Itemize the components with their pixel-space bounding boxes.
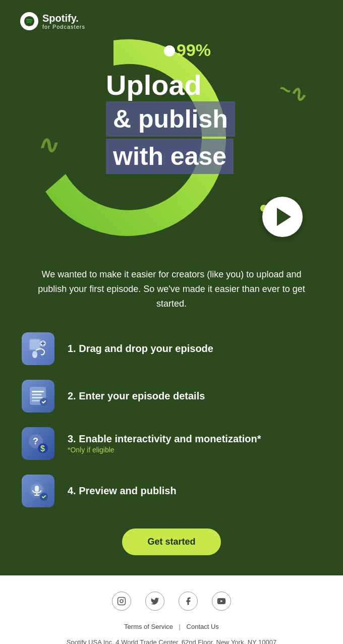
- svg-text:$: $: [40, 444, 45, 453]
- play-button[interactable]: [262, 197, 303, 237]
- contact-link[interactable]: Contact Us: [187, 623, 219, 630]
- step-3-icon-container: ? $: [20, 426, 55, 461]
- svg-text:?: ?: [33, 436, 38, 446]
- step-4-text: 4. Preview and publish: [68, 485, 323, 497]
- step-3-sublabel: *Only if eligible: [68, 446, 323, 454]
- footer: Terms of Service | Contact Us Spotify US…: [0, 575, 343, 644]
- publish-icon: [22, 475, 54, 507]
- svg-rect-2: [30, 339, 40, 349]
- footer-address: Spotify USA Inc, 4 World Trade Center, 6…: [20, 638, 323, 644]
- step-2-text: 2. Enter your episode details: [68, 390, 323, 402]
- step-4-icon-container: [20, 473, 55, 508]
- step-2-label: 2. Enter your episode details: [68, 390, 323, 402]
- footer-separator: |: [179, 623, 181, 630]
- social-icons: [20, 592, 323, 611]
- svg-rect-9: [32, 400, 40, 401]
- get-started-button[interactable]: Get started: [122, 529, 220, 555]
- svg-point-22: [120, 600, 123, 603]
- hero-line1: Upload: [106, 71, 323, 100]
- step-1-icon-container: [20, 331, 55, 366]
- twitter-icon[interactable]: [145, 592, 164, 611]
- dot-top: [164, 45, 175, 56]
- svg-rect-17: [35, 486, 39, 492]
- upload-icon: [22, 332, 54, 365]
- svg-rect-21: [118, 598, 126, 605]
- hero-line3: with ease: [113, 142, 226, 170]
- cta-container: Get started: [20, 529, 323, 555]
- instagram-icon[interactable]: [112, 592, 131, 611]
- percent-badge: 99%: [177, 40, 211, 60]
- step-3: ? $ 3. Enable interactivity and monetiza…: [20, 426, 323, 461]
- step-1-text: 1. Drag and drop your episode: [68, 343, 323, 355]
- step-1-label: 1. Drag and drop your episode: [68, 343, 323, 355]
- svg-point-23: [123, 599, 124, 600]
- svg-rect-6: [32, 391, 44, 392]
- step-2-icon-container: [20, 378, 55, 414]
- svg-rect-8: [32, 397, 43, 398]
- logo-name: Spotify.: [42, 13, 85, 24]
- email-container: Spotify. for Podcasters: [0, 0, 343, 644]
- hero-line2-block: & publish: [106, 101, 235, 137]
- hero-line2: & publish: [113, 105, 228, 133]
- play-triangle-icon: [277, 208, 291, 226]
- content-section: We wanted to make it easier for creators…: [0, 252, 343, 575]
- hero-line3-block: with ease: [106, 139, 234, 174]
- facebook-icon[interactable]: [179, 592, 198, 611]
- step-4-label: 4. Preview and publish: [68, 485, 323, 497]
- footer-links: Terms of Service | Contact Us: [20, 623, 323, 630]
- hero-text-block: Upload & publish with ease: [106, 71, 323, 174]
- monetize-icon: ? $: [22, 427, 54, 460]
- hero-section: Spotify. for Podcasters: [0, 0, 343, 252]
- step-3-label: 3. Enable interactivity and monetization…: [68, 433, 323, 445]
- hero-banner: 99% Upload & publish with ease ∿ ~∿: [20, 40, 323, 252]
- steps-list: 1. Drag and drop your episode: [20, 331, 323, 508]
- svg-rect-7: [32, 394, 42, 395]
- step-4: 4. Preview and publish: [20, 473, 323, 508]
- details-icon: [22, 380, 54, 413]
- step-1: 1. Drag and drop your episode: [20, 331, 323, 366]
- step-2: 2. Enter your episode details: [20, 378, 323, 414]
- step-3-text: 3. Enable interactivity and monetization…: [68, 433, 323, 454]
- terms-link[interactable]: Terms of Service: [124, 623, 173, 630]
- intro-text: We wanted to make it easier for creators…: [20, 252, 323, 331]
- youtube-icon[interactable]: [212, 592, 231, 611]
